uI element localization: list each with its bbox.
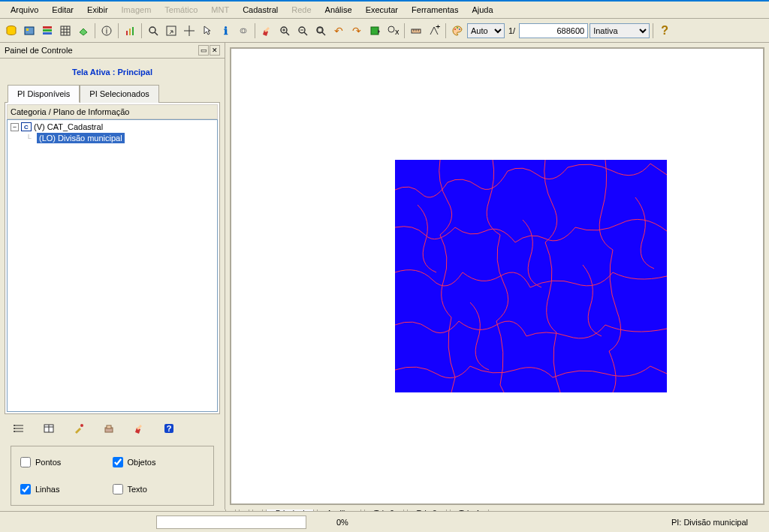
undo-icon[interactable]: ↶: [330, 23, 347, 39]
svg-point-44: [459, 29, 460, 30]
zoom-out-icon[interactable]: [294, 23, 311, 39]
link-icon[interactable]: [235, 23, 252, 39]
info-icon[interactable]: i: [98, 23, 115, 39]
svg-marker-11: [80, 29, 87, 35]
control-panel: Painel de Controle ▭ ✕ Tela Ativa : Prin…: [0, 43, 225, 509]
tree-header: Categoria / Plano de Informação: [7, 104, 218, 119]
active-screen-label: Tela Ativa : Principal: [5, 63, 220, 84]
list-icon[interactable]: [11, 420, 27, 437]
control-panel-title: Painel de Controle: [5, 46, 73, 55]
measure-icon[interactable]: +: [426, 23, 442, 39]
menu-editar[interactable]: Editar: [46, 4, 80, 16]
pencil-icon[interactable]: [258, 23, 275, 39]
menu-executar[interactable]: Executar: [360, 4, 404, 16]
progress-percent: 0%: [336, 518, 348, 527]
svg-text:i: i: [106, 26, 107, 35]
project-icon[interactable]: [21, 23, 38, 39]
svg-point-35: [388, 26, 394, 32]
edit-icon[interactable]: [131, 420, 147, 437]
svg-marker-22: [204, 26, 210, 35]
svg-rect-3: [43, 26, 52, 29]
menu-arquivo[interactable]: Arquivo: [5, 4, 44, 16]
svg-rect-33: [371, 27, 378, 35]
menu-ferramentas[interactable]: Ferramentas: [406, 4, 464, 16]
eraser-icon[interactable]: [75, 23, 92, 39]
ruler-icon[interactable]: [408, 23, 424, 39]
tree-category-row[interactable]: − C (V) CAT_Cadastral: [9, 122, 216, 132]
svg-point-42: [454, 29, 456, 30]
scale-input[interactable]: [519, 23, 588, 38]
svg-rect-59: [395, 160, 667, 392]
zoom-window-icon[interactable]: [163, 23, 179, 39]
scale-prefix-label: 1/: [506, 26, 517, 35]
zoom-icon[interactable]: [145, 23, 161, 39]
svg-line-18: [155, 32, 158, 35]
svg-rect-1: [25, 27, 34, 35]
palette-icon[interactable]: [449, 23, 466, 39]
zoom-in-icon[interactable]: [276, 23, 293, 39]
auto-select[interactable]: Auto: [467, 23, 505, 38]
svg-line-24: [286, 32, 289, 35]
scale1-icon[interactable]: x1: [384, 23, 401, 39]
inativa-select[interactable]: Inativa: [590, 23, 650, 38]
tree-expand-icon[interactable]: −: [11, 123, 19, 131]
map-display: [395, 160, 667, 392]
map-area: [225, 43, 769, 509]
svg-line-31: [322, 32, 325, 35]
panel-close-button[interactable]: ✕: [210, 45, 220, 56]
redo-icon[interactable]: ↷: [348, 23, 365, 39]
menu-bar: Arquivo Editar Exibir Imagem Temático MN…: [0, 2, 769, 19]
status-bar: 0% PI: Divisão municipal: [0, 511, 769, 532]
layers-icon[interactable]: [39, 23, 56, 39]
panel-undock-button[interactable]: ▭: [198, 45, 209, 56]
zoom-extent-icon[interactable]: [312, 23, 329, 39]
svg-line-28: [304, 32, 307, 35]
svg-point-48: [14, 425, 15, 426]
tree-layer-row[interactable]: └ (LO) Divisão municipal: [9, 132, 216, 144]
menu-imagem: Imagem: [116, 4, 158, 16]
svg-rect-32: [318, 28, 322, 32]
grid-icon[interactable]: [57, 23, 74, 39]
svg-rect-15: [129, 29, 131, 35]
map-canvas[interactable]: [230, 47, 764, 505]
svg-point-17: [149, 27, 155, 33]
database-icon[interactable]: [3, 23, 20, 39]
tab-pi-disponiveis[interactable]: PI Disponíveis: [8, 85, 80, 103]
progress-box: [156, 515, 306, 529]
panel-toolbar: ?: [5, 414, 220, 443]
checkbox-texto[interactable]: Texto: [113, 484, 205, 494]
help-icon[interactable]: ?: [656, 23, 673, 39]
category-icon: C: [21, 122, 32, 131]
svg-rect-6: [61, 26, 70, 35]
menu-cadastral[interactable]: Cadastral: [237, 4, 284, 16]
menu-ajuda[interactable]: Ajuda: [466, 4, 499, 16]
chart-icon[interactable]: [122, 23, 138, 39]
info2-icon[interactable]: ℹ: [217, 23, 234, 39]
tab-pi-selecionados[interactable]: PI Selecionados: [80, 85, 159, 103]
pan-icon[interactable]: [181, 23, 198, 39]
menu-analise[interactable]: Análise: [319, 4, 358, 16]
svg-rect-2: [26, 29, 29, 31]
svg-point-54: [80, 424, 83, 427]
pointer-icon[interactable]: [199, 23, 216, 39]
svg-rect-56: [107, 425, 111, 428]
checkbox-linhas[interactable]: Linhas: [20, 484, 113, 494]
svg-point-49: [14, 428, 15, 429]
tree-layer-label: (LO) Divisão municipal: [37, 133, 125, 143]
svg-point-50: [14, 431, 15, 432]
menu-rede: Rede: [285, 4, 317, 16]
panel-help-icon[interactable]: ?: [161, 420, 177, 437]
svg-text:+: +: [436, 25, 440, 31]
menu-exibir[interactable]: Exibir: [81, 4, 114, 16]
checkbox-pontos[interactable]: Pontos: [20, 457, 113, 467]
draw-icon[interactable]: [366, 23, 383, 39]
table-icon[interactable]: [41, 420, 57, 437]
display-options: Pontos Objetos Linhas Texto: [11, 446, 214, 506]
tools-icon[interactable]: [71, 420, 87, 437]
layer-tree[interactable]: − C (V) CAT_Cadastral └ (LO) Divisão mun…: [7, 119, 218, 412]
svg-rect-14: [126, 31, 128, 35]
checkbox-objetos[interactable]: Objetos: [113, 457, 205, 467]
group-icon[interactable]: [101, 420, 117, 437]
svg-text:?: ?: [167, 424, 172, 433]
control-panel-header: Painel de Controle ▭ ✕: [0, 43, 225, 59]
